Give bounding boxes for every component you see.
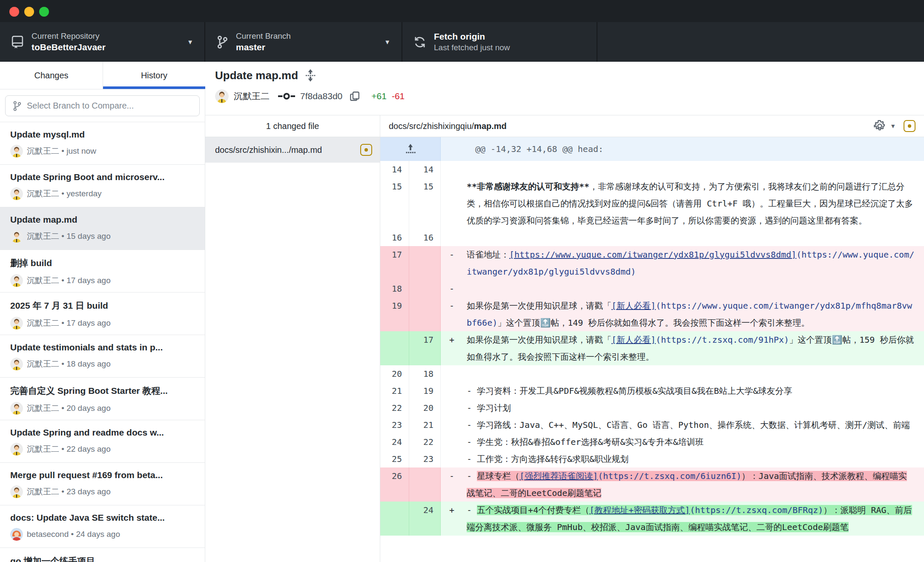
avatar bbox=[215, 89, 229, 103]
commit-list: Update mysql.md沉默王二 • just nowUpdate Spr… bbox=[0, 122, 205, 562]
new-line-number bbox=[409, 246, 441, 280]
old-line-number: 18 bbox=[380, 280, 409, 297]
diff-text-segment: 如果你是第一次使用知识星球，请戳「 bbox=[467, 301, 611, 311]
diff-row-add: 17+如果你是第一次使用知识星球，请戳「[新人必看](https://t.zsx… bbox=[380, 331, 924, 365]
commit-item[interactable]: Update Spring and readme docs w...沉默王二 •… bbox=[0, 420, 205, 463]
commit-item-author: 沉默王二 • 15 days ago bbox=[27, 231, 111, 242]
avatar bbox=[10, 443, 23, 456]
hunk-header-text: @@ -14,32 +14,68 @@ head: bbox=[441, 137, 924, 161]
avatar bbox=[10, 485, 23, 498]
commit-item-author: 沉默王二 • 17 days ago bbox=[27, 275, 111, 286]
diff-text-segment: 如果你是第一次使用知识星球，请戳「 bbox=[467, 335, 611, 345]
current-branch-label: Current Branch bbox=[236, 32, 291, 41]
avatar bbox=[10, 317, 23, 330]
zoom-window-button[interactable] bbox=[39, 7, 49, 17]
commit-item-meta: 沉默王二 • 18 days ago bbox=[10, 358, 196, 370]
new-line-number: 19 bbox=[409, 382, 441, 399]
commit-item-title: Update mysql.md bbox=[10, 129, 196, 140]
current-repository-dropdown[interactable]: Current Repository toBeBetterJavaer ▼ bbox=[0, 22, 204, 62]
avatar bbox=[10, 402, 23, 415]
old-line-number: 19 bbox=[380, 297, 409, 331]
diff-line-text: 如果你是第一次使用知识星球，请戳「[新人必看](https://t.zsxq.c… bbox=[467, 331, 924, 365]
changed-file-row[interactable]: docs/src/zhishixin.../map.md bbox=[205, 137, 380, 163]
diff-line-text: - 学习计划 bbox=[467, 399, 924, 416]
tab-changes[interactable]: Changes bbox=[0, 62, 103, 89]
diff-line-text bbox=[467, 280, 924, 297]
commit-item[interactable]: 删掉 build沉默王二 • 17 days ago bbox=[0, 250, 205, 292]
commit-item-author: 沉默王二 • 17 days ago bbox=[27, 318, 111, 329]
old-line-number: 22 bbox=[380, 399, 409, 416]
diff-link-text: (https://t.zsxq.com/91hPx) bbox=[656, 335, 789, 345]
diff-link-text: [教程地址+密码获取方式] bbox=[589, 505, 690, 515]
diff-line-text bbox=[467, 365, 924, 382]
close-window-button[interactable] bbox=[9, 7, 19, 17]
old-line-number: 23 bbox=[380, 416, 409, 433]
diff-link-text: [新人必看] bbox=[611, 335, 656, 345]
chevron-down-icon: ▼ bbox=[384, 38, 390, 46]
old-line-number: 15 bbox=[380, 178, 409, 229]
commit-item-title: 2025 年 7 月 31 日 build bbox=[10, 300, 196, 312]
compare-branch-field[interactable]: Select Branch to Compare... bbox=[5, 95, 200, 116]
diff-row-context: 1414 bbox=[380, 161, 924, 178]
fetch-origin-status: Last fetched just now bbox=[434, 43, 510, 52]
commit-item-author: 沉默王二 • yesterday bbox=[27, 188, 102, 199]
gear-icon[interactable] bbox=[874, 120, 886, 132]
diff-sign bbox=[441, 450, 467, 467]
current-branch-dropdown[interactable]: Current Branch master ▼ bbox=[205, 22, 402, 62]
diff-line-text: - 工作党：方向选择&转行&求职&职业规划 bbox=[467, 450, 924, 467]
commit-item-title: Merge pull request #169 from beta... bbox=[10, 470, 196, 480]
commit-item-meta: betasecond • 24 days ago bbox=[10, 528, 196, 541]
current-repository-label: Current Repository bbox=[32, 32, 106, 41]
commit-item-title: Update testimonials and stats in p... bbox=[10, 342, 196, 353]
copy-icon[interactable] bbox=[349, 91, 360, 102]
minimize-window-button[interactable] bbox=[24, 7, 34, 17]
chevron-down-icon[interactable]: ▼ bbox=[890, 123, 896, 129]
diff-line-text: - 五个实战项目+4个付费专栏（[教程地址+密码获取方式](https://t.… bbox=[467, 502, 924, 536]
diff-row-del: 19-如果你是第一次使用知识星球，请戳「[新人必看](https://www.y… bbox=[380, 297, 924, 331]
new-line-number bbox=[409, 280, 441, 297]
new-line-number: 20 bbox=[409, 399, 441, 416]
commit-item-title: 完善自定义 Spring Boot Starter 教程... bbox=[10, 385, 196, 397]
commit-item[interactable]: Update map.md沉默王二 • 15 days ago bbox=[0, 207, 205, 250]
modified-file-icon bbox=[360, 144, 372, 156]
git-commit-icon bbox=[278, 92, 295, 101]
old-line-number: 25 bbox=[380, 450, 409, 467]
commit-item[interactable]: Update mysql.md沉默王二 • just now bbox=[0, 122, 205, 165]
commit-item[interactable]: 完善自定义 Spring Boot Starter 教程...沉默王二 • 20… bbox=[0, 378, 205, 420]
expand-hunk-up-icon[interactable] bbox=[380, 137, 441, 161]
deletions-count: -61 bbox=[392, 91, 405, 101]
new-line-number bbox=[409, 297, 441, 331]
commit-item[interactable]: docs: Update Java SE switch state...beta… bbox=[0, 505, 205, 548]
commit-item-title: Update Spring and readme docs w... bbox=[10, 427, 196, 438]
commit-item[interactable]: go 增加一个练手项目 bbox=[0, 548, 205, 562]
expand-vertical-icon[interactable] bbox=[305, 68, 316, 83]
diff-sign bbox=[441, 178, 467, 229]
fetch-origin-button[interactable]: Fetch origin Last fetched just now bbox=[402, 22, 597, 62]
diff-text-segment: 五个实战项目+4个付费专栏（ bbox=[477, 505, 589, 515]
tab-history[interactable]: History bbox=[103, 62, 205, 89]
new-line-number: 17 bbox=[409, 331, 441, 365]
diff-line-text: 语雀地址：[https://www.yuque.com/itwanger/ydx… bbox=[467, 246, 924, 280]
commit-item[interactable]: Merge pull request #169 from beta...沉默王二… bbox=[0, 463, 205, 505]
commit-item-meta: 沉默王二 • 20 days ago bbox=[10, 402, 196, 415]
diff-text-segment: - 学习路线：Java、C++、MySQL、C语言、Go 语言、Python、操… bbox=[467, 420, 910, 430]
history-sidebar: Select Branch to Compare... Update mysql… bbox=[0, 89, 205, 562]
title-bar bbox=[0, 0, 924, 22]
diff-line-text: - 学习路线：Java、C++、MySQL、C语言、Go 语言、Python、操… bbox=[467, 416, 924, 433]
diff-line-text bbox=[467, 161, 924, 178]
file-subheader: 1 changed file docs/src/zhishixingqiu/ma… bbox=[205, 115, 924, 137]
diff-sign: - bbox=[441, 297, 467, 331]
commit-item[interactable]: Update testimonials and stats in p...沉默王… bbox=[0, 335, 205, 378]
commit-item-meta: 沉默王二 • 17 days ago bbox=[10, 317, 196, 330]
diff-file-path-bar: docs/src/zhishixingqiu/map.md ▼ bbox=[380, 115, 924, 137]
new-line-number bbox=[409, 467, 441, 502]
new-line-number: 16 bbox=[409, 229, 441, 246]
diff-sign: - bbox=[441, 467, 467, 502]
commit-item-author: 沉默王二 • 18 days ago bbox=[27, 358, 111, 370]
commit-item[interactable]: Update Spring Boot and microserv...沉默王二 … bbox=[0, 165, 205, 207]
commit-item-author: 沉默王二 • just now bbox=[27, 146, 96, 157]
commit-item[interactable]: 2025 年 7 月 31 日 build沉默王二 • 17 days ago bbox=[0, 292, 205, 335]
diff-line-text: **非常感谢球友的认可和支持**，非常感谢球友的认可和支持，为了方便索引，我将球… bbox=[467, 178, 924, 229]
commit-item-meta: 沉默王二 • 15 days ago bbox=[10, 230, 196, 243]
diff-link-text: [https://www.yuque.com/itwanger/ydx81p/g… bbox=[509, 249, 796, 260]
